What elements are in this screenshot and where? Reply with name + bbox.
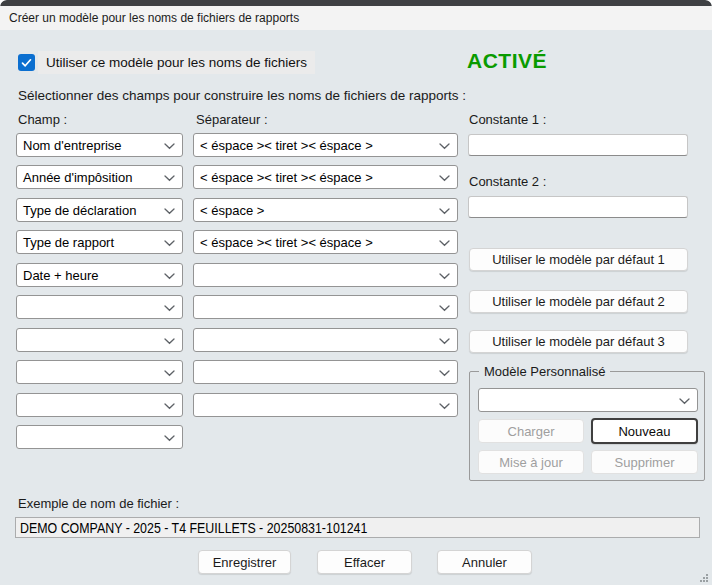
chevron-down-icon xyxy=(439,403,450,410)
use-template-checkbox[interactable] xyxy=(18,54,35,71)
default-template-1-button[interactable]: Utiliser le modèle par défaut 1 xyxy=(469,248,688,271)
separateur-select-4[interactable]: < éspace >< tiret >< éspace > xyxy=(193,230,458,254)
chevron-down-icon xyxy=(439,240,450,247)
separateur-select-3[interactable]: < éspace > xyxy=(193,198,458,222)
champ-select-4-value: Type de rapport xyxy=(23,235,114,250)
separateur-select-1-value: < éspace >< tiret >< éspace > xyxy=(200,138,373,153)
separateur-select-2-value: < éspace >< tiret >< éspace > xyxy=(200,170,373,185)
chevron-down-icon xyxy=(164,273,175,280)
chevron-down-icon xyxy=(679,398,690,405)
separateur-select-4-value: < éspace >< tiret >< éspace > xyxy=(200,235,373,250)
dialog-window: Créer un modèle pour les noms de fichier… xyxy=(0,0,712,585)
chevron-down-icon xyxy=(164,435,175,442)
champ-select-2-value: Année d'impôsition xyxy=(23,170,132,185)
custom-model-group: Modèle Personnalisé Charger Nouveau Mise… xyxy=(469,371,705,481)
separateur-column-label: Séparateur : xyxy=(196,112,268,127)
chevron-down-icon xyxy=(439,175,450,182)
chevron-down-icon xyxy=(164,370,175,377)
use-template-label[interactable]: Utiliser ce modèle pour les noms de fich… xyxy=(38,51,315,74)
champ-column-label: Champ : xyxy=(18,112,67,127)
supprimer-button[interactable]: Supprimer xyxy=(591,450,698,474)
champ-select-1[interactable]: Nom d'entreprise xyxy=(16,133,183,157)
champ-select-3[interactable]: Type de déclaration xyxy=(16,198,183,222)
custom-model-select[interactable] xyxy=(478,388,698,412)
chevron-down-icon xyxy=(164,143,175,150)
effacer-button[interactable]: Effacer xyxy=(317,550,412,574)
separateur-select-1[interactable]: < éspace >< tiret >< éspace > xyxy=(193,133,458,157)
default-template-2-button[interactable]: Utiliser le modèle par défaut 2 xyxy=(469,290,688,313)
resize-grip[interactable] xyxy=(699,573,708,582)
separateur-select-6[interactable] xyxy=(193,295,458,319)
champ-select-2[interactable]: Année d'impôsition xyxy=(16,165,183,189)
mise-a-jour-button[interactable]: Mise à jour xyxy=(478,450,584,474)
constante1-input[interactable] xyxy=(468,134,688,156)
champ-select-5[interactable]: Date + heure xyxy=(16,263,183,287)
status-active-badge: ACTIVÉ xyxy=(467,49,547,73)
chevron-down-icon xyxy=(164,305,175,312)
example-filename-value: DEMO COMPANY - 2025 - T4 FEUILLETS - 202… xyxy=(16,519,367,537)
chevron-down-icon xyxy=(164,208,175,215)
champ-select-7[interactable] xyxy=(16,328,183,352)
separateur-select-7[interactable] xyxy=(193,328,458,352)
enregistrer-button[interactable]: Enregistrer xyxy=(198,550,291,574)
annuler-button[interactable]: Annuler xyxy=(437,550,532,574)
champ-select-9[interactable] xyxy=(16,393,183,417)
champ-select-6[interactable] xyxy=(16,295,183,319)
separateur-select-3-value: < éspace > xyxy=(200,203,264,218)
title-bar: Créer un modèle pour les noms de fichier… xyxy=(0,6,712,30)
constante2-input[interactable] xyxy=(468,196,688,218)
champ-select-8[interactable] xyxy=(16,360,183,384)
custom-model-group-title: Modèle Personnalisé xyxy=(479,364,610,379)
champ-select-4[interactable]: Type de rapport xyxy=(16,230,183,254)
chevron-down-icon xyxy=(164,338,175,345)
chevron-down-icon xyxy=(439,370,450,377)
nouveau-button[interactable]: Nouveau xyxy=(591,418,698,444)
champ-select-1-value: Nom d'entreprise xyxy=(23,138,122,153)
chevron-down-icon xyxy=(439,208,450,215)
chevron-down-icon xyxy=(439,143,450,150)
constante2-label: Constante 2 : xyxy=(469,174,546,189)
window-title: Créer un modèle pour les noms de fichier… xyxy=(9,11,299,25)
example-filename-field: DEMO COMPANY - 2025 - T4 FEUILLETS - 202… xyxy=(15,517,700,538)
charger-button[interactable]: Charger xyxy=(478,419,584,443)
champ-select-10[interactable] xyxy=(16,425,183,449)
separateur-select-9[interactable] xyxy=(193,393,458,417)
chevron-down-icon xyxy=(164,403,175,410)
constante1-label: Constante 1 : xyxy=(469,112,546,127)
separateur-select-5[interactable] xyxy=(193,263,458,287)
instructions-label: Sélectionner des champs pour construire … xyxy=(18,88,466,103)
default-template-3-button[interactable]: Utiliser le modèle par défaut 3 xyxy=(469,330,688,353)
chevron-down-icon xyxy=(164,175,175,182)
chevron-down-icon xyxy=(439,338,450,345)
separateur-select-2[interactable]: < éspace >< tiret >< éspace > xyxy=(193,165,458,189)
champ-select-3-value: Type de déclaration xyxy=(23,203,136,218)
example-filename-label: Exemple de nom de fichier : xyxy=(18,496,179,511)
chevron-down-icon xyxy=(439,273,450,280)
chevron-down-icon xyxy=(439,305,450,312)
separateur-select-8[interactable] xyxy=(193,360,458,384)
chevron-down-icon xyxy=(164,240,175,247)
champ-select-5-value: Date + heure xyxy=(23,268,99,283)
check-icon xyxy=(21,58,32,68)
